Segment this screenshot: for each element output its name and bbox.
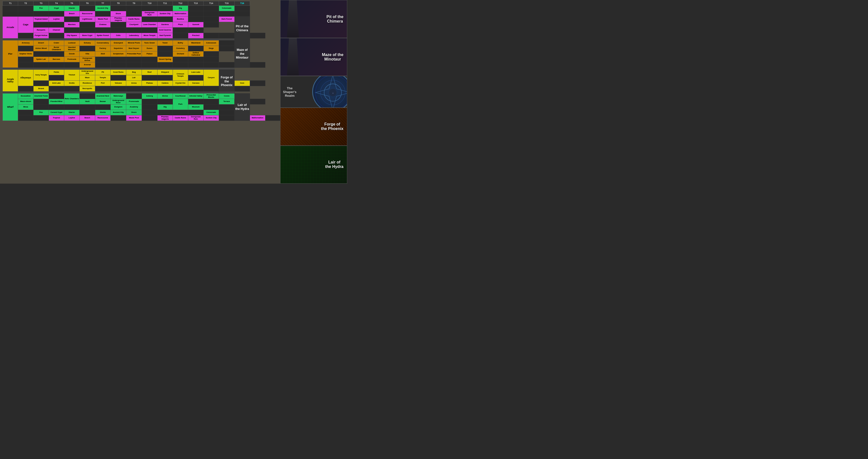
- cell-desert[interactable]: Desert: [33, 40, 49, 46]
- cell-flooded-mine[interactable]: Flooded Mine: [49, 99, 64, 104]
- cell-burial-chambers[interactable]: Burial Chambers: [49, 46, 64, 51]
- cell-orchard[interactable]: Orchard: [173, 51, 188, 57]
- cell-arcade[interactable]: Arcade: [3, 17, 18, 38]
- cell-castle-ruins-b[interactable]: Castle Ruins: [173, 115, 188, 121]
- cell-scriptorium[interactable]: Scriptorium: [111, 51, 126, 57]
- cell-villa[interactable]: Villa: [80, 51, 95, 57]
- cell-belfry[interactable]: Belfry: [173, 40, 188, 46]
- cell-leyline-b[interactable]: Leyline: [64, 115, 80, 121]
- cell-coral-ruins[interactable]: Coral Ruins: [111, 70, 126, 75]
- cell-terrace[interactable]: Terrace: [219, 99, 235, 104]
- cell-toxic-sewer[interactable]: Toxic Sewer: [142, 40, 157, 46]
- cell-tower[interactable]: Tower: [157, 40, 173, 46]
- cell-ivory-temple[interactable]: Ivory Temple: [33, 70, 49, 81]
- cell-moon-temple[interactable]: Moon Temple: [142, 33, 157, 38]
- cell-mineral-pools[interactable]: Mineral Pools: [126, 40, 142, 46]
- cell-plateau[interactable]: Plateau: [142, 81, 157, 86]
- cell-residence[interactable]: Residence: [80, 81, 95, 86]
- cell-vault[interactable]: Vault: [80, 99, 95, 104]
- cell-sunken-city[interactable]: Sunken City: [157, 11, 173, 17]
- cell-precinct[interactable]: Precinct: [188, 33, 204, 38]
- cell-alleyways[interactable]: Alleyways: [18, 70, 33, 86]
- cell-dungeon[interactable]: Dungeon: [111, 104, 126, 110]
- cell-malformation[interactable]: Malformation: [173, 11, 188, 17]
- cell-ashen-wood[interactable]: Ashen Wood: [33, 46, 49, 51]
- cell-armoury[interactable]: Armoury: [18, 40, 33, 46]
- cell-excavation[interactable]: Excavation: [18, 94, 33, 99]
- cell-defiled-cathedral[interactable]: Defiled Cathedral: [188, 51, 204, 57]
- cell-grotto[interactable]: Grotto: [64, 81, 80, 86]
- cell-leyline[interactable]: Leyline: [49, 17, 64, 22]
- cell-courtyard[interactable]: Courtyard: [126, 22, 142, 28]
- cell-thicket[interactable]: Thicket: [64, 70, 80, 81]
- cell-lava-chamber[interactable]: Lava Chamber: [142, 22, 157, 28]
- cell-castle-ruins[interactable]: Castle Ruins: [126, 17, 142, 22]
- cell-canyon[interactable]: Canyon: [204, 70, 219, 86]
- cell-museum[interactable]: Museum: [188, 104, 204, 110]
- cell-maze[interactable]: Maze: [80, 75, 95, 81]
- cell-spider-lair[interactable]: Spider Lair: [33, 57, 49, 62]
- cell-lair[interactable]: Lair: [126, 75, 142, 81]
- cell-jungle-valley[interactable]: Jungle Valley: [3, 70, 18, 92]
- cell-iceberg[interactable]: Iceberg: [142, 94, 157, 99]
- cell-waste-pool-b[interactable]: Waste Pool: [126, 115, 142, 121]
- cell-cemetery[interactable]: Cemetery: [173, 46, 188, 51]
- cell-necropolis[interactable]: Necropolis: [80, 86, 95, 92]
- cell-pen[interactable]: Pen: [33, 6, 49, 11]
- cell-relic-chambers[interactable]: Relic Chambers: [64, 94, 80, 104]
- cell-beach-b[interactable]: Beach: [80, 115, 95, 121]
- cell-fields[interactable]: Fields: [49, 70, 64, 75]
- cell-caldera[interactable]: Caldera: [157, 81, 173, 86]
- cell-peninsula[interactable]: Peninsula: [64, 57, 80, 62]
- cell-racecourse[interactable]: Racecourse: [80, 11, 95, 17]
- cell-spider-forest[interactable]: Spider Forest: [95, 33, 111, 38]
- cell-phantasmagoria[interactable]: Phantas-magoria: [111, 17, 126, 22]
- cell-underground-sea[interactable]: Underground Sea: [80, 70, 95, 75]
- cell-waste-pool[interactable]: Waste Pool: [95, 17, 111, 22]
- cell-mausoleum[interactable]: Maus-oleum: [18, 99, 33, 104]
- cell-lookout[interactable]: Lookout: [64, 40, 80, 46]
- cell-marshes[interactable]: Marshes: [64, 22, 80, 28]
- cell-crypt-t4[interactable]: Crypt: [49, 6, 64, 11]
- cell-phantasmagoria-b[interactable]: Phantas-magoria: [157, 115, 173, 121]
- cell-infested-valley[interactable]: Infested Valley: [188, 94, 204, 99]
- cell-mesa[interactable]: Mesa: [18, 104, 33, 110]
- cell-shore-g[interactable]: Shore: [126, 110, 142, 115]
- cell-dig-green[interactable]: Dig: [157, 104, 173, 110]
- cell-glacier-g[interactable]: Glacier: [64, 110, 80, 115]
- cell-geode[interactable]: Geode: [64, 51, 80, 57]
- cell-palace[interactable]: Palace: [142, 51, 157, 57]
- cell-volcano[interactable]: Volcano: [111, 81, 126, 86]
- cell-dark-forest[interactable]: Dark Forest: [219, 17, 235, 22]
- cell-acid-caverns[interactable]: Acid Caverns: [157, 28, 173, 33]
- cell-racecourse-b[interactable]: Racecourse: [95, 115, 111, 121]
- cell-gardens[interactable]: Gardens: [157, 22, 173, 28]
- cell-core[interactable]: Core: [235, 81, 250, 86]
- cell-maze-minotaur[interactable]: Maze of theMinotaur: [235, 40, 250, 68]
- cell-overgrown-shrine[interactable]: Overgrown Shrine: [80, 57, 95, 62]
- cell-arsenal[interactable]: Arsenal: [80, 62, 95, 68]
- cell-reef[interactable]: Reef: [142, 70, 157, 75]
- cell-lair-hydra[interactable]: Lair ofthe Hydra: [235, 94, 250, 121]
- cell-ancient-city[interactable]: Ancient City: [95, 6, 111, 11]
- cell-siege[interactable]: Siege: [204, 46, 219, 51]
- cell-sulphur-vents[interactable]: Sulphur Vents: [18, 51, 33, 57]
- cell-lava-lake[interactable]: Lava Lake: [188, 70, 204, 75]
- cell-pen-g[interactable]: Pen: [33, 110, 49, 115]
- cell-atoll[interactable]: Atoll: [95, 51, 111, 57]
- cell-colonnade-g[interactable]: Colonnade: [204, 110, 219, 115]
- cell-arena[interactable]: Arena: [126, 81, 142, 86]
- cell-colonnade-t15[interactable]: Colonnade: [219, 6, 235, 11]
- cell-bog[interactable]: Bog: [126, 70, 142, 75]
- cell-arachnid-nest[interactable]: Arachnid Nest: [95, 94, 111, 99]
- cell-strand[interactable]: Strand: [33, 86, 49, 92]
- cell-glacier-t5[interactable]: Glacier: [64, 6, 80, 11]
- cell-bazaar[interactable]: Bazaar: [95, 99, 111, 104]
- cell-bone-crypt[interactable]: Bone Crypt: [80, 33, 95, 38]
- cell-carcass[interactable]: Carcass: [188, 81, 204, 86]
- cell-channel[interactable]: Channel: [49, 28, 64, 33]
- cell-cursed-crypt[interactable]: Cursed Crypt: [49, 110, 64, 115]
- cell-sepulchre[interactable]: Sepulchre: [111, 46, 126, 51]
- cell-pit[interactable]: Pit: [95, 70, 111, 75]
- cell-port[interactable]: Port: [95, 81, 111, 86]
